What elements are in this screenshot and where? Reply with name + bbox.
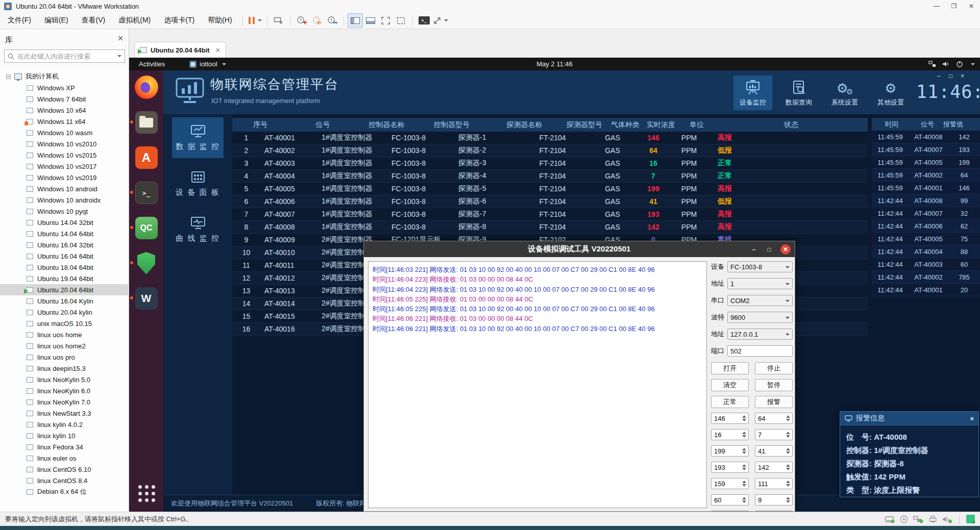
search-filter-chevron-icon[interactable] xyxy=(117,55,121,57)
spinner-arrows-icon[interactable] xyxy=(741,447,747,455)
dialog-titlebar[interactable]: 设备模拟调试工具 V20220501 – □ ✕ xyxy=(364,241,795,257)
pause-vm-button[interactable] xyxy=(247,13,263,28)
dialog-minimize-button[interactable]: – xyxy=(750,246,758,253)
alarm-row[interactable]: 11:42:44 AT-40007 32 xyxy=(872,207,980,220)
vm-list-item[interactable]: Windows 11 x64 xyxy=(0,116,128,127)
sound-icon[interactable] xyxy=(942,515,952,523)
vm-list-item[interactable]: Debian 8.x 64 位 xyxy=(0,486,128,497)
dock-qc-icon[interactable]: QC xyxy=(134,216,159,240)
alarm-row[interactable]: 11:42:44 AT-40001 20 xyxy=(872,284,980,296)
search-input[interactable] xyxy=(17,53,113,60)
value-spinner[interactable]: 142 xyxy=(755,462,793,473)
dialog-button[interactable]: 停止 xyxy=(755,362,793,374)
spinner-arrows-icon[interactable] xyxy=(785,431,791,439)
vm-list-item[interactable]: Windows 10 vs2015 xyxy=(0,149,128,161)
chevron-down-icon[interactable] xyxy=(786,317,790,319)
vm-list-item[interactable]: Ubuntu 19.04 64bit xyxy=(0,273,128,284)
vm-list-item[interactable]: Windows 10 vs2019 xyxy=(0,172,128,183)
send-ctrl-alt-del-button[interactable] xyxy=(271,13,286,28)
spinner-arrows-icon[interactable] xyxy=(741,496,747,504)
chevron-down-icon[interactable] xyxy=(786,266,790,268)
alarm-row[interactable]: 11:42:44 AT-40004 88 xyxy=(872,245,980,258)
vm-list-item[interactable]: Windows 10 vs2010 xyxy=(0,138,128,149)
alarm-row[interactable]: 11:45:59 AT-40002 64 xyxy=(872,169,980,182)
vm-list-item[interactable]: Ubuntu 14.04 32bit xyxy=(0,217,128,228)
minimize-button[interactable]: — xyxy=(928,0,945,12)
vm-list-item[interactable]: Ubuntu 14.04 64bit xyxy=(0,228,128,239)
value-spinner[interactable]: 60 xyxy=(711,494,749,506)
vm-list-item[interactable]: Windows XP xyxy=(0,82,128,93)
table-row[interactable]: 5 AT-40005 1#调度室控制器 FC-1003-8 探测器-5 FT-2… xyxy=(232,183,868,195)
vm-list-item[interactable]: Ubuntu 20.04 kylin xyxy=(0,307,128,318)
menu-item[interactable]: 文件(F) xyxy=(1,12,38,29)
alarm-row[interactable]: 11:42:44 AT-40003 60 xyxy=(872,258,980,271)
dialog-close-button[interactable]: ✕ xyxy=(780,244,791,255)
value-spinner[interactable]: 111 xyxy=(755,478,793,489)
spinner-arrows-icon[interactable] xyxy=(741,414,747,422)
take-snapshot-button[interactable] xyxy=(294,13,309,28)
app-minimize-button[interactable]: – xyxy=(937,72,941,80)
alarm-row[interactable]: 11:45:59 AT-40008 142 xyxy=(872,131,980,143)
spinner-arrows-icon[interactable] xyxy=(785,496,791,504)
field-input[interactable]: 1 xyxy=(727,278,793,289)
vm-list-item[interactable]: Ubuntu 20.04 64bit xyxy=(0,284,128,295)
alarm-row[interactable]: 11:42:44 AT-40005 75 xyxy=(872,233,980,245)
alarm-row[interactable]: 11:45:59 AT-40001 146 xyxy=(872,182,980,194)
dock-app-grid-button[interactable] xyxy=(134,481,159,506)
table-row[interactable]: 4 AT-40004 1#调度室控制器 FC-1003-8 探测器-4 FT-2… xyxy=(232,170,868,183)
library-close-button[interactable]: ✕ xyxy=(117,34,124,42)
table-row[interactable]: 6 AT-40006 1#调度室控制器 FC-1003-8 探测器-6 FT-2… xyxy=(232,195,868,208)
maximize-button[interactable]: ❐ xyxy=(945,0,963,12)
fullscreen-button[interactable] xyxy=(378,13,394,28)
vm-list-item[interactable]: Ubuntu 16.04 32bit xyxy=(0,239,128,250)
nav-item-device-panel[interactable]: 设 备 面 板 xyxy=(172,163,224,204)
table-row[interactable]: 2 AT-40002 1#调度室控制器 FC-1003-8 探测器-2 FT-2… xyxy=(232,144,868,157)
vm-list-item[interactable]: linux kylin 10 xyxy=(0,430,128,441)
vm-list-item[interactable]: linux uos home xyxy=(0,329,128,340)
vm-list-item[interactable]: Ubuntu 16.04 64bit xyxy=(0,250,128,262)
spinner-arrows-icon[interactable] xyxy=(741,463,747,471)
spinner-arrows-icon[interactable] xyxy=(785,479,791,488)
vm-list-item[interactable]: Ubuntu 16.04 Kylin xyxy=(0,295,128,307)
cdrom-icon[interactable] xyxy=(900,515,909,523)
dialog-button[interactable]: 暂停 xyxy=(755,379,793,391)
nav-item-data-monitor[interactable]: 数 据 监 控 xyxy=(172,117,224,158)
nav-system-settings-button[interactable]: ⚙⚙ 系统设置 xyxy=(825,75,864,110)
printer-icon[interactable] xyxy=(928,515,938,523)
menu-item[interactable]: 选项卡(T) xyxy=(157,12,201,29)
field-input[interactable]: 9600 xyxy=(727,312,793,323)
spinner-arrows-icon[interactable] xyxy=(741,431,747,439)
field-input[interactable]: 127.0.0.1 xyxy=(727,329,793,340)
vm-list-item[interactable]: Windows 10 wasm xyxy=(0,127,128,138)
dock-files-icon[interactable] xyxy=(134,110,159,135)
alarm-row[interactable]: 11:45:59 AT-40005 199 xyxy=(872,156,980,169)
nav-item-curve-monitor[interactable]: 曲 线 监 控 xyxy=(172,209,224,250)
tab-close-icon[interactable]: ✕ xyxy=(215,46,221,54)
value-spinner[interactable]: 199 xyxy=(711,445,749,457)
vm-list-item[interactable]: linux uos pro xyxy=(0,351,128,363)
vm-tab-ubuntu[interactable]: Ubuntu 20.04 64bit ✕ xyxy=(134,42,226,58)
stretch-guest-button[interactable] xyxy=(432,13,450,28)
manage-snapshots-button[interactable] xyxy=(325,13,340,28)
menu-item[interactable]: 帮助(H) xyxy=(201,12,238,29)
field-input[interactable]: COM2 xyxy=(727,295,793,306)
vm-list-item[interactable]: linux uos home2 xyxy=(0,340,128,351)
dock-firefox-icon[interactable] xyxy=(134,75,159,99)
unity-mode-button[interactable] xyxy=(394,13,409,28)
tree-expander-icon[interactable] xyxy=(6,74,11,79)
value-spinner[interactable]: 16 xyxy=(711,429,749,440)
menu-item[interactable]: 查看(V) xyxy=(75,12,112,29)
field-input[interactable]: FC-1003-8 xyxy=(727,261,793,272)
dialog-button[interactable]: 正常 xyxy=(711,396,749,408)
dock-shield-icon[interactable] xyxy=(134,251,159,275)
value-spinner[interactable]: 41 xyxy=(755,445,793,457)
vm-list-item[interactable]: linux CentOS 6.10 xyxy=(0,464,128,475)
spinner-arrows-icon[interactable] xyxy=(785,447,791,455)
vm-list-item[interactable]: linux NewStart 3.3 xyxy=(0,408,128,419)
field-input[interactable]: 502 xyxy=(727,345,793,357)
vm-list-item[interactable]: Ubuntu 18.04 64bit xyxy=(0,262,128,273)
dock-software-icon[interactable]: A xyxy=(134,145,159,170)
dock-terminal-icon[interactable]: >_ xyxy=(134,181,159,205)
vm-list-item[interactable]: Windows 10 pyqt xyxy=(0,206,128,217)
dialog-button[interactable]: 打开 xyxy=(711,362,749,374)
